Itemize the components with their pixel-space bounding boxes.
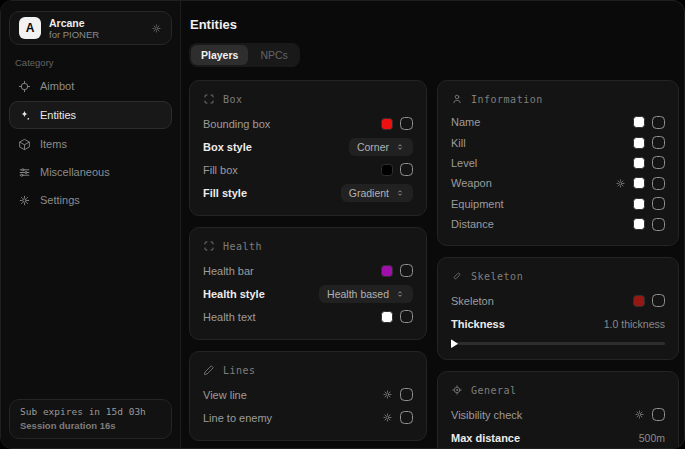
gear-icon [18, 194, 31, 207]
brand-name: Arcane [49, 17, 99, 29]
panel-lines: Lines View line Line to enemy [189, 351, 427, 441]
panel-skeleton: Skeleton Skeleton Thickness 1.0 thicknes… [437, 257, 679, 360]
color-swatch[interactable] [633, 177, 645, 189]
slider-thumb[interactable] [451, 339, 458, 348]
setting-row: Box style Corner [203, 135, 413, 158]
frame-corners-icon [203, 93, 215, 105]
checkbox[interactable] [652, 136, 665, 149]
panel-title: Health [223, 241, 262, 252]
color-swatch[interactable] [381, 118, 393, 130]
app-window: A Arcane for PIONER Category Aimbot [0, 0, 685, 449]
gear-icon[interactable] [615, 178, 626, 189]
checkbox[interactable] [652, 116, 665, 129]
chevron-up-down-icon [395, 188, 405, 198]
color-swatch[interactable] [633, 116, 645, 128]
sidebar-item-aimbot[interactable]: Aimbot [9, 73, 172, 99]
chevron-up-down-icon [395, 289, 405, 299]
setting-row: Health bar [203, 259, 413, 282]
color-swatch[interactable] [381, 311, 393, 323]
max-distance-value: 500m [639, 432, 665, 444]
setting-row: Skeleton [451, 289, 665, 312]
page-title: Entities [190, 17, 679, 32]
thickness-slider[interactable] [451, 338, 665, 348]
sidebar-item-settings[interactable]: Settings [9, 187, 172, 213]
cube-icon [18, 138, 31, 151]
tab-bar: Players NPCs [189, 43, 300, 67]
color-swatch[interactable] [633, 198, 645, 210]
box-style-dropdown[interactable]: Corner [349, 138, 413, 156]
health-style-dropdown[interactable]: Health based [319, 285, 413, 303]
setting-row: Level [451, 153, 665, 173]
sparkle-icon [18, 109, 31, 122]
app-logo: A [19, 17, 41, 39]
chevron-up-down-icon [395, 142, 405, 152]
setting-row: Line to enemy [203, 406, 413, 429]
setting-row: Equipment [451, 194, 665, 214]
sidebar: A Arcane for PIONER Category Aimbot [1, 1, 181, 448]
sliders-icon [18, 166, 31, 179]
checkbox[interactable] [652, 177, 665, 190]
checkbox[interactable] [400, 117, 413, 130]
panel-title: Box [223, 94, 243, 105]
gear-icon[interactable] [382, 412, 393, 423]
setting-row: Visibility check [451, 403, 665, 426]
tab-players[interactable]: Players [191, 45, 248, 65]
gear-icon[interactable] [634, 409, 645, 420]
sub-expires-text: Sub expires in 15d 03h [20, 406, 161, 417]
session-duration-text: Session duration 16s [20, 420, 161, 431]
setting-row: Bounding box [203, 112, 413, 135]
setting-row: Max distance 500m [451, 426, 665, 449]
sidebar-nav: Aimbot Entities Items [9, 73, 172, 215]
color-swatch[interactable] [381, 265, 393, 277]
subscription-card: Sub expires in 15d 03h Session duration … [9, 399, 172, 439]
tab-npcs[interactable]: NPCs [250, 45, 297, 65]
sidebar-item-label: Settings [40, 194, 80, 206]
gear-icon[interactable] [382, 389, 393, 400]
color-swatch[interactable] [633, 137, 645, 149]
target-icon [451, 384, 463, 396]
sidebar-item-miscellaneous[interactable]: Miscellaneous [9, 159, 172, 185]
color-swatch[interactable] [381, 164, 393, 176]
color-swatch[interactable] [633, 218, 645, 230]
setting-row: Health text [203, 305, 413, 328]
brand-subtitle: for PIONER [49, 29, 99, 40]
sidebar-item-items[interactable]: Items [9, 131, 172, 157]
sidebar-item-entities[interactable]: Entities [9, 101, 172, 129]
checkbox[interactable] [400, 388, 413, 401]
checkbox[interactable] [400, 163, 413, 176]
checkbox[interactable] [652, 197, 665, 210]
panel-title: Skeleton [471, 271, 523, 282]
checkbox[interactable] [652, 408, 665, 421]
thickness-value: 1.0 thickness [604, 318, 665, 330]
color-swatch[interactable] [633, 295, 645, 307]
setting-row: Distance [451, 214, 665, 234]
setting-row: Name [451, 112, 665, 132]
panel-information: Information Name Kill [437, 80, 679, 246]
checkbox[interactable] [400, 310, 413, 323]
checkbox[interactable] [652, 218, 665, 231]
person-icon [451, 93, 463, 105]
main-content: Entities Players NPCs Box Boun [181, 1, 685, 448]
checkbox[interactable] [400, 264, 413, 277]
panel-title: Information [471, 94, 543, 105]
checkbox[interactable] [400, 411, 413, 424]
checkbox[interactable] [652, 156, 665, 169]
panel-title: General [471, 385, 517, 396]
sidebar-item-label: Entities [40, 109, 76, 121]
setting-row: Health style Health based [203, 282, 413, 305]
gear-badge-icon[interactable] [151, 23, 162, 34]
panel-title: Lines [223, 365, 256, 376]
checkbox[interactable] [652, 294, 665, 307]
pencil-icon [203, 364, 215, 376]
panel-health: Health Health bar Health style Health ba… [189, 227, 427, 340]
setting-row: Fill style Gradient [203, 181, 413, 204]
brand-card: A Arcane for PIONER [9, 11, 172, 45]
color-swatch[interactable] [633, 157, 645, 169]
frame-corners-icon [203, 240, 215, 252]
fill-style-dropdown[interactable]: Gradient [341, 184, 413, 202]
crosshair-icon [18, 80, 31, 93]
sidebar-item-label: Items [40, 138, 67, 150]
setting-row: Fill box [203, 158, 413, 181]
bone-icon [451, 270, 463, 282]
setting-row: Thickness 1.0 thickness [451, 312, 665, 335]
